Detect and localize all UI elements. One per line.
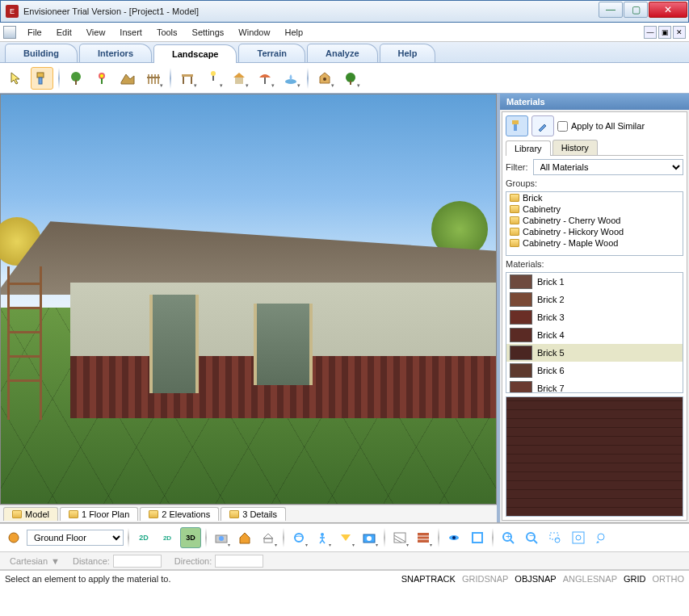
view-3d-button[interactable]: 3D xyxy=(180,527,201,548)
zoom-previous-button[interactable] xyxy=(591,527,612,548)
svg-point-30 xyxy=(219,536,224,541)
snap-objsnap[interactable]: OBJSNAP xyxy=(515,574,556,584)
fountain-tool[interactable] xyxy=(279,67,302,90)
view-2d3d-button[interactable]: 2D xyxy=(157,527,178,548)
material-item[interactable]: Brick 3 xyxy=(506,308,683,326)
shrub-tool[interactable] xyxy=(339,67,362,90)
plant-flower-tool[interactable] xyxy=(90,67,113,90)
apply-all-checkbox[interactable]: Apply to All Similar xyxy=(557,121,645,132)
material-item[interactable]: Brick 6 xyxy=(506,362,683,379)
walk-button[interactable] xyxy=(312,527,333,548)
zoom-window-button[interactable] xyxy=(544,527,565,548)
snap-snaptrack[interactable]: SNAPTRACK xyxy=(401,574,456,584)
material-item[interactable]: Brick 7 xyxy=(506,379,683,393)
mdi-close-button[interactable]: ✕ xyxy=(673,26,686,39)
zoom-in-button[interactable]: + xyxy=(498,527,519,548)
snapshot-button[interactable] xyxy=(359,527,380,548)
materials-panel: Materials Apply to All Similar Library H… xyxy=(497,94,689,522)
direction-input[interactable] xyxy=(215,555,263,568)
pergola-tool[interactable] xyxy=(176,67,199,90)
svg-rect-11 xyxy=(158,74,159,84)
menu-settings[interactable]: Settings xyxy=(186,26,231,39)
view-layers-button[interactable] xyxy=(443,527,464,548)
mdi-restore-button[interactable]: ▣ xyxy=(658,26,671,39)
menu-tools[interactable]: Tools xyxy=(150,26,184,39)
fence-tool[interactable] xyxy=(142,67,165,90)
pointer-tool[interactable] xyxy=(5,67,27,90)
tab-landscape[interactable]: Landscape xyxy=(153,44,237,63)
camera-button[interactable] xyxy=(211,527,232,548)
svg-marker-31 xyxy=(240,533,250,543)
menu-file[interactable]: File xyxy=(21,26,48,39)
zoom-extents-button[interactable] xyxy=(568,527,589,548)
group-item[interactable]: Brick xyxy=(506,192,683,203)
materials-panel-title: Materials xyxy=(500,94,689,110)
material-item[interactable]: Brick 1 xyxy=(506,273,683,291)
view-tab-model[interactable]: Model xyxy=(3,507,58,521)
maximize-button[interactable]: ▢ xyxy=(624,2,648,18)
render-texture-button[interactable] xyxy=(413,527,434,548)
library-tabs: Library History xyxy=(506,140,683,156)
location-select[interactable]: Ground Floor xyxy=(27,530,124,546)
menu-insert[interactable]: Insert xyxy=(113,26,149,39)
birdhouse-tool[interactable] xyxy=(313,67,336,90)
tab-history[interactable]: History xyxy=(552,140,598,155)
group-item[interactable]: Cabinetry - Maple Wood xyxy=(506,237,683,249)
mdi-minimize-button[interactable]: — xyxy=(644,26,657,39)
group-item[interactable]: Cabinetry - Hickory Wood xyxy=(506,226,683,237)
tab-terrain[interactable]: Terrain xyxy=(238,44,305,62)
menu-window[interactable]: Window xyxy=(232,26,276,39)
tab-analyze[interactable]: Analyze xyxy=(307,44,378,62)
plant-tree-tool[interactable] xyxy=(65,67,87,90)
gazebo-tool[interactable] xyxy=(228,67,250,90)
view-tab-floorplan[interactable]: 1 Floor Plan xyxy=(60,507,138,521)
elevation-button[interactable] xyxy=(258,527,279,548)
3d-viewport[interactable] xyxy=(0,94,497,505)
svg-rect-20 xyxy=(264,78,266,84)
menu-edit[interactable]: Edit xyxy=(50,26,78,39)
materials-list[interactable]: Brick 1Brick 2Brick 3Brick 4Brick 5Brick… xyxy=(506,272,683,393)
look-button[interactable] xyxy=(335,527,356,548)
snap-ortho[interactable]: ORTHO xyxy=(652,574,684,584)
view-2d-button[interactable]: 2D xyxy=(133,527,154,548)
coord-system[interactable]: Cartesian xyxy=(10,556,48,566)
tab-interiors[interactable]: Interiors xyxy=(79,44,152,62)
view-tab-elevations[interactable]: 2 Elevations xyxy=(140,507,219,521)
svg-point-23 xyxy=(323,78,326,81)
ribbon-tabs: Building Interiors Landscape Terrain Ana… xyxy=(0,42,689,63)
render-hatch-button[interactable] xyxy=(389,527,410,548)
snap-grid[interactable]: GRID xyxy=(624,574,646,584)
material-item[interactable]: Brick 2 xyxy=(506,291,683,308)
view-tab-details[interactable]: 3 Details xyxy=(221,507,286,521)
eyedropper-button[interactable] xyxy=(531,115,554,136)
group-item[interactable]: Cabinetry xyxy=(506,203,683,215)
snap-anglesnap[interactable]: ANGLESNAP xyxy=(563,574,617,584)
view-filter-button[interactable] xyxy=(467,527,488,548)
zoom-out-button[interactable]: − xyxy=(521,527,542,548)
filter-select[interactable]: All Materials xyxy=(533,159,684,175)
minimize-button[interactable]: — xyxy=(599,2,623,18)
location-icon[interactable] xyxy=(3,527,24,548)
close-button[interactable]: ✕ xyxy=(649,2,687,18)
material-item[interactable]: Brick 5 xyxy=(506,344,683,362)
outdoor-light-tool[interactable] xyxy=(202,67,225,90)
material-item[interactable]: Brick 4 xyxy=(506,326,683,344)
home-button[interactable] xyxy=(234,527,255,548)
tab-help[interactable]: Help xyxy=(380,44,436,62)
menu-help[interactable]: Help xyxy=(278,26,309,39)
paintbrush-tool[interactable] xyxy=(31,67,53,90)
groups-list[interactable]: BrickCabinetryCabinetry - Cherry WoodCab… xyxy=(506,191,683,256)
svg-marker-0 xyxy=(11,73,19,84)
distance-input[interactable] xyxy=(113,555,162,568)
terrain-tool[interactable] xyxy=(116,67,139,90)
material-preview xyxy=(506,396,683,517)
menu-view[interactable]: View xyxy=(80,26,112,39)
svg-rect-15 xyxy=(191,77,192,84)
material-brush-button[interactable] xyxy=(506,115,528,136)
tab-building[interactable]: Building xyxy=(5,44,78,62)
group-item[interactable]: Cabinetry - Cherry Wood xyxy=(506,215,683,226)
tab-library[interactable]: Library xyxy=(506,140,551,156)
orbit-button[interactable] xyxy=(288,527,309,548)
snap-gridsnap[interactable]: GRIDSNAP xyxy=(462,574,508,584)
umbrella-tool[interactable] xyxy=(254,67,276,90)
